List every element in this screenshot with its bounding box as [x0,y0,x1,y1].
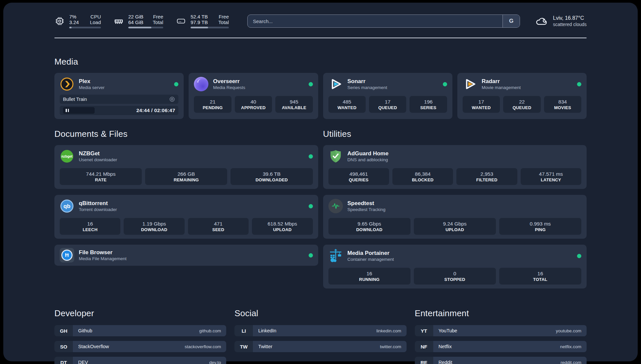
nzbget-status-dot [309,154,313,159]
section-title-documents: Documents & Files [54,129,318,139]
nzbget-stat-downloaded: 39.6 TB DOWNLOADED [230,168,313,185]
cpu-load-value: 3.24 [69,19,79,25]
link-dev-url: dev.to [209,360,221,364]
adguard-card[interactable]: AdGuard Home DNS and adblocking 498,461 … [323,145,587,189]
cpu-load-label: Load [90,19,101,25]
ram-free-label: Free [153,14,163,19]
adguard-stat-latency: 47.571 ms LATENCY [521,168,581,185]
link-github[interactable]: GH Github github.com [54,325,226,336]
link-stackoverflow-name: StackOverflow [78,344,109,349]
overseerr-stat-approved: 40 APPROVED [235,96,272,113]
speedtest-description: Speedtest Tracking [348,207,386,212]
sonarr-card[interactable]: Sonarr Series management 485 WANTED 17 Q… [323,73,452,119]
pause-icon [66,109,67,112]
pause-button[interactable] [63,107,95,114]
adguard-stat-filtered: 2,953 FILTERED [456,168,517,185]
overseerr-card[interactable]: Overseerr Media Requests 21 PENDING 40 A… [189,73,318,119]
adguard-stat-blocked: 86,384 BLOCKED [392,168,453,185]
media-grid: Plex Media server Bullet Train [54,73,587,119]
ram-icon [113,16,124,26]
ram-free-value: 22 GiB [128,14,143,19]
weather-condition: scattered clouds [553,21,587,27]
plex-player: Bullet Train 24:44 / 02:06:47 [60,95,178,115]
link-twitter[interactable]: TW Twitter twitter.com [234,341,406,352]
section-title-entertainment: Entertainment [415,308,587,318]
qbittorrent-stat-download: 1.19 Gbps DOWNLOAD [124,218,184,235]
link-dev-name: DEV [78,360,88,364]
radarr-card[interactable]: Radarr Movie management 17 WANTED 22 QUE… [457,73,587,119]
overseerr-stat-pending: 21 PENDING [194,96,231,113]
nzbget-card[interactable]: nzbget NZBGet Usenet downloader 744.21 M… [54,145,318,189]
disk-progress-track [191,27,229,28]
cpu-usage-label: CPU [90,14,101,19]
sonarr-description: Series management [348,85,387,90]
disk-free-label: Free [219,14,229,19]
now-playing-row: Bullet Train [60,95,178,104]
link-netflix-name: Netflix [439,344,452,349]
adguard-description: DNS and adblocking [348,157,389,163]
ram-widget: 22 GiB Free 64 GiB Total [113,14,163,28]
portainer-card[interactable]: Media Portainer Container management 16 … [323,245,587,288]
filebrowser-status-dot [309,253,313,258]
disk-free-value: 52.4 TB [191,14,208,19]
plex-status-dot [174,82,178,86]
qbittorrent-stat-seed: 471 SEED [188,218,249,235]
adguard-name: AdGuard Home [348,150,389,157]
link-youtube[interactable]: YT YouTube youtube.com [415,325,587,336]
sonarr-stat-series: 196 SERIES [410,96,447,113]
header-separator [54,38,587,38]
filebrowser-card[interactable]: File Browser Media File Management [54,245,318,266]
sonarr-status-dot [443,82,447,86]
link-reddit[interactable]: RE Reddit reddit.com [415,357,587,364]
speedtest-stat-ping: 0.993 ms PING [499,218,581,235]
bookmark-group-developer: Developer GH Github github.com SO StackO… [54,308,226,364]
portainer-stat-total: 16 TOTAL [499,268,581,285]
player-settings-icon[interactable] [169,96,175,102]
link-linkedin[interactable]: LI LinkedIn linkedin.com [234,325,406,336]
overseerr-name: Overseerr [213,78,245,84]
plex-card[interactable]: Plex Media server Bullet Train [54,73,184,119]
sonarr-icon [328,77,343,91]
disk-total-value: 97.9 TB [191,19,208,25]
link-dev[interactable]: DT DEV dev.to [54,357,226,364]
speedtest-card[interactable]: Speedtest Speedtest Tracking 9.65 Gbps D… [323,195,587,239]
section-title-media: Media [54,57,587,67]
nzbget-stat-rate: 744.21 Mbps RATE [60,168,142,185]
overseerr-icon [194,77,208,91]
qbittorrent-card[interactable]: qb qBittorrent Torrent downloader 16 LEE… [54,195,318,239]
link-twitter-url: twitter.com [380,344,401,349]
ram-total-value: 64 GiB [128,19,143,25]
link-stackoverflow[interactable]: SO StackOverflow stackoverflow.com [54,341,226,352]
link-linkedin-abbr: LI [234,325,253,336]
radarr-stat-wanted: 17 WANTED [463,96,500,113]
portainer-stat-stopped: 0 STOPPED [414,268,496,285]
overseerr-stat-available: 945 AVAILABLE [275,96,313,113]
documents-column: Documents & Files nzbget NZBGet U [54,129,318,288]
link-youtube-abbr: YT [415,325,433,336]
plex-description: Media server [79,85,105,90]
link-youtube-url: youtube.com [556,328,581,333]
disk-progress-fill [191,27,208,28]
qbittorrent-stat-upload: 618.52 Mbps UPLOAD [252,218,313,235]
search-input[interactable] [248,15,503,27]
weather-widget: Lviv, 16.87°C scattered clouds [534,15,587,27]
search-engine-button[interactable]: G [503,15,520,27]
link-linkedin-url: linkedin.com [377,328,401,333]
section-title-utilities: Utilities [323,129,587,139]
link-reddit-name: Reddit [439,360,452,364]
link-linkedin-name: LinkedIn [258,328,276,333]
link-netflix[interactable]: NF Netflix netflix.com [415,341,587,352]
disk-total-label: Total [218,19,229,25]
weather-location-temp: Lviv, 16.87°C [553,15,587,21]
filebrowser-description: Media File Management [79,256,127,261]
topbar: 7% CPU 3.24 Load [54,12,587,30]
disk-icon [176,16,186,26]
portainer-description: Container management [348,257,394,262]
ram-total-label: Total [153,19,163,25]
nzbget-icon: nzbget [60,149,74,164]
link-reddit-url: reddit.com [561,360,581,364]
now-playing-time: 24:44 / 02:06:47 [136,107,175,113]
qbittorrent-icon: qb [60,199,74,213]
link-stackoverflow-abbr: SO [54,341,73,352]
dashboard: 7% CPU 3.24 Load [3,3,638,361]
